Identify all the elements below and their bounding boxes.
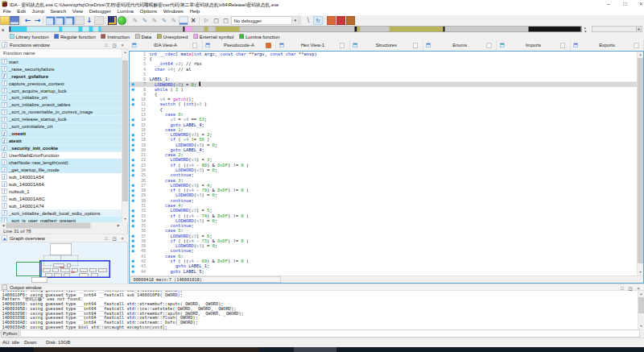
function-row[interactable]: fnullsub_1: [0, 188, 122, 195]
dbg-icon-1[interactable]: [327, 16, 336, 25]
lumina-icon[interactable]: [118, 16, 126, 25]
menu-view[interactable]: View: [69, 8, 86, 14]
chevron-down-icon[interactable]: ▾: [291, 17, 299, 25]
function-row[interactable]: f_scrt_initialize_default_local_stdio_op…: [0, 209, 122, 217]
scroll-thumb[interactable]: [638, 297, 644, 313]
functions-vscrollbar[interactable]: ▲ ▼: [122, 49, 128, 222]
menu-options[interactable]: Options: [137, 8, 160, 14]
function-row[interactable]: f_scrt_initialize_crt: [0, 94, 122, 101]
jump-icon-4[interactable]: [76, 16, 85, 25]
function-row[interactable]: f_onexit: [0, 130, 122, 137]
tab-box-icon[interactable]: [192, 43, 197, 48]
scroll-down-icon[interactable]: ▼: [638, 269, 644, 275]
navigation-band[interactable]: [9, 27, 582, 33]
tab-structures[interactable]: Structures: [349, 40, 423, 51]
tab-box-icon[interactable]: [634, 43, 638, 48]
scroll-thumb[interactable]: [6, 223, 91, 229]
jump-icon-3[interactable]: [66, 16, 75, 25]
function-row[interactable]: f_raise_securityfailure: [0, 65, 122, 72]
tool-icon-1[interactable]: \: [304, 16, 313, 25]
minimize-button[interactable]: –: [602, 1, 614, 7]
pseudocode-vscrollbar[interactable]: ▲ ▼: [637, 52, 643, 275]
function-row[interactable]: fcharNode::raw_length(void): [0, 159, 122, 166]
output-window-body[interactable]: 140001010: using guessed type __int64 __…: [0, 291, 644, 329]
graph-overview-canvas[interactable]: [0, 242, 127, 284]
edit-icon-4[interactable]: ✎: [160, 16, 169, 25]
function-row[interactable]: f_security_init_cookie: [0, 144, 122, 151]
debug-pause-icon[interactable]: □: [212, 16, 221, 25]
scroll-thumb[interactable]: [122, 60, 128, 201]
debugger-select[interactable]: No debugger▾: [232, 16, 299, 25]
tab-box-icon[interactable]: [487, 43, 492, 48]
save-icon[interactable]: [10, 16, 19, 25]
code-line[interactable]: 44 goto LABEL_5;: [130, 269, 637, 274]
scroll-down-icon[interactable]: ▼: [122, 216, 129, 222]
tab-ida-view-a[interactable]: IDA View-A: [129, 40, 202, 51]
function-row[interactable]: fstart: [0, 58, 122, 65]
scroll-down-icon[interactable]: ▼: [638, 323, 644, 329]
scroll-up-icon[interactable]: ▲: [638, 291, 644, 297]
edit-icon-2[interactable]: ✎: [141, 16, 150, 25]
python-label[interactable]: Python: [1, 330, 19, 338]
pseudocode-view[interactable]: 1int __cdecl main(int argc, const char *…: [130, 52, 637, 275]
function-row[interactable]: f_scrt_release_startup_lock: [0, 116, 122, 123]
tab-exports[interactable]: Exports: [571, 40, 644, 51]
navband-handle-icon[interactable]: ≡: [2, 27, 6, 32]
windows-taskbar[interactable]: [0, 347, 644, 352]
edit-icon-1[interactable]: ✎: [131, 16, 140, 25]
jump-icon-1[interactable]: [47, 16, 56, 25]
function-row[interactable]: fsub_140001A6C: [0, 195, 122, 202]
edit-icon-5[interactable]: ✎: [170, 16, 179, 25]
menu-debugger[interactable]: Debugger: [86, 8, 114, 14]
function-row[interactable]: fUserMathErrorFunction: [0, 151, 122, 159]
menu-help[interactable]: Help: [187, 8, 203, 14]
menu-edit[interactable]: Edit: [14, 8, 29, 14]
edit-icon-3[interactable]: ✎: [151, 16, 159, 25]
functions-window-buttons[interactable]: □◳×: [102, 41, 126, 50]
tab-pseudocode-a[interactable]: Pseudocode-A: [202, 40, 275, 51]
maximize-button[interactable]: □: [619, 1, 631, 7]
function-row[interactable]: fcapture_previous_context: [0, 80, 122, 87]
output-vscrollbar[interactable]: ▲ ▼: [638, 291, 644, 329]
function-row[interactable]: fsub_140001A64: [0, 180, 122, 188]
scroll-up-icon[interactable]: ▲: [122, 49, 129, 56]
menu-lumina[interactable]: Lumina: [114, 8, 137, 14]
tool-icon-2[interactable]: ↻: [314, 16, 323, 25]
tab-enums[interactable]: Enums: [423, 40, 497, 51]
menu-file[interactable]: File: [0, 8, 14, 14]
function-row[interactable]: f_scrt_acquire_startup_lock: [0, 87, 122, 94]
tab-imports[interactable]: Imports: [497, 40, 570, 51]
function-row[interactable]: f_scrt_initialize_onexit_tables: [0, 101, 122, 109]
tab-hex-view-1[interactable]: Hex View-1: [276, 40, 349, 51]
chart-icon[interactable]: [180, 16, 188, 25]
chevron-down-icon[interactable]: ▾: [636, 27, 642, 31]
navband-arrows[interactable]: ▸◂: [584, 27, 589, 32]
open-file-icon[interactable]: [1, 16, 10, 25]
function-row[interactable]: f_scrt_is_user_matherr_present: [0, 217, 122, 222]
desktop-combo[interactable]: ▾: [592, 26, 642, 32]
dbg-icon-2[interactable]: [336, 16, 345, 25]
snapshot-icon[interactable]: [108, 16, 117, 25]
function-row[interactable]: f_scrt_uninitialize_crt: [0, 123, 122, 130]
scroll-up-icon[interactable]: ▲: [638, 52, 644, 58]
close-button[interactable]: ×: [635, 1, 644, 7]
forward-icon[interactable]: →: [33, 16, 42, 25]
function-row[interactable]: f_get_startup_file_mode: [0, 166, 122, 173]
dbg-icon-3[interactable]: [346, 16, 355, 25]
back-icon[interactable]: ←: [23, 16, 32, 25]
function-row[interactable]: fatexit: [0, 137, 122, 144]
tab-box-icon[interactable]: [340, 43, 345, 48]
debug-stop-icon[interactable]: □: [221, 16, 230, 25]
function-row[interactable]: fsub_140001A74: [0, 202, 122, 209]
python-input[interactable]: [20, 330, 640, 338]
delete-icon[interactable]: ×: [189, 16, 198, 25]
menu-windows[interactable]: Windows: [160, 8, 187, 14]
function-row[interactable]: fsub_140001A54: [0, 173, 122, 180]
functions-header[interactable]: Function name: [0, 49, 122, 58]
tab-box-icon[interactable]: [560, 43, 565, 48]
scroll-thumb[interactable]: [638, 58, 643, 263]
menu-search[interactable]: Search: [47, 8, 69, 14]
jump-icon-2[interactable]: [56, 16, 65, 25]
function-row[interactable]: f_scrt_is_nonwritable_in_current_image: [0, 109, 122, 116]
jump-down-icon[interactable]: ↓: [85, 16, 94, 25]
